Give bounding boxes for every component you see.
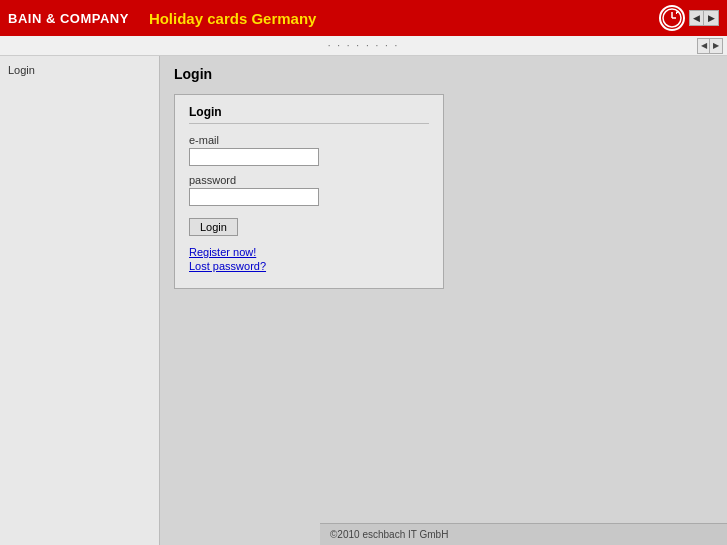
sidebar: Login bbox=[0, 56, 160, 545]
brand-name: BAIN & COMPANY bbox=[8, 11, 129, 26]
page-heading: Login bbox=[174, 66, 713, 82]
password-input[interactable] bbox=[189, 188, 319, 206]
nav-arrow-left-icon[interactable]: ◀ bbox=[690, 11, 704, 25]
login-button[interactable]: Login bbox=[189, 218, 238, 236]
toolbar: · · · · · · · · ◀ ▶ bbox=[0, 36, 727, 56]
email-group: e-mail bbox=[189, 134, 429, 166]
clock-icon bbox=[659, 5, 685, 31]
password-label: password bbox=[189, 174, 429, 186]
lost-password-link[interactable]: Lost password? bbox=[189, 260, 429, 272]
login-box: Login e-mail password Login Register now… bbox=[174, 94, 444, 289]
nav-arrows: ◀ ▶ bbox=[689, 10, 719, 26]
header-right: ◀ ▶ bbox=[659, 5, 719, 31]
footer: ©2010 eschbach IT GmbH bbox=[320, 523, 727, 545]
main-layout: Login Login Login e-mail password Login … bbox=[0, 56, 727, 545]
login-links: Register now! Lost password? bbox=[189, 246, 429, 272]
sidebar-item-login[interactable]: Login bbox=[0, 60, 159, 80]
toolbar-dots: · · · · · · · · bbox=[328, 40, 400, 51]
header: BAIN & COMPANY Holiday cards Germany ◀ ▶ bbox=[0, 0, 727, 36]
login-box-title: Login bbox=[189, 105, 429, 124]
footer-copyright: ©2010 eschbach IT GmbH bbox=[330, 529, 448, 540]
nav-arrow-right-icon[interactable]: ▶ bbox=[704, 11, 718, 25]
password-group: password bbox=[189, 174, 429, 206]
toolbar-nav-right-icon[interactable]: ▶ bbox=[710, 39, 722, 53]
register-link[interactable]: Register now! bbox=[189, 246, 429, 258]
toolbar-nav-left-icon[interactable]: ◀ bbox=[698, 39, 710, 53]
email-input[interactable] bbox=[189, 148, 319, 166]
content-area: Login Login e-mail password Login Regist… bbox=[160, 56, 727, 545]
email-label: e-mail bbox=[189, 134, 429, 146]
page-title: Holiday cards Germany bbox=[149, 10, 317, 27]
toolbar-nav: ◀ ▶ bbox=[697, 38, 723, 54]
